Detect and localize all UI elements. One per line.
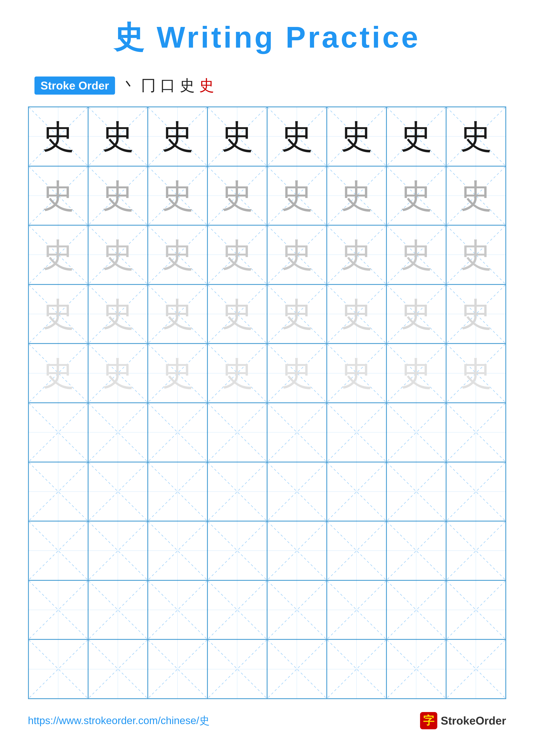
grid-cell[interactable]: 史 <box>327 166 387 226</box>
grid-cell[interactable] <box>207 403 267 462</box>
grid-cell[interactable] <box>446 521 506 580</box>
grid-cell[interactable]: 史 <box>446 166 506 226</box>
practice-char: 史 <box>42 179 74 212</box>
grid-cell[interactable]: 史 <box>446 343 506 403</box>
grid-cell[interactable]: 史 <box>327 225 387 284</box>
grid-cell[interactable]: 史 <box>207 225 267 284</box>
grid-cell[interactable]: 史 <box>446 284 506 344</box>
grid-cell[interactable]: 史 <box>148 107 207 166</box>
svg-line-103 <box>208 463 267 521</box>
grid-cell[interactable] <box>148 521 207 580</box>
svg-line-159 <box>446 640 505 698</box>
grid-cell[interactable] <box>207 462 267 521</box>
grid-cell[interactable] <box>267 403 327 462</box>
practice-char: 史 <box>102 298 134 330</box>
grid-cell[interactable] <box>28 639 88 699</box>
grid-cell[interactable] <box>387 462 446 521</box>
grid-cell[interactable]: 史 <box>88 284 148 344</box>
grid-cell[interactable]: 史 <box>28 107 88 166</box>
footer-url[interactable]: https://www.strokeorder.com/chinese/史 <box>28 714 210 728</box>
grid-cell[interactable] <box>387 521 446 580</box>
grid-cell[interactable]: 史 <box>387 166 446 226</box>
grid-cell[interactable] <box>327 462 387 521</box>
svg-line-112 <box>29 522 88 580</box>
grid-cell[interactable] <box>387 403 446 462</box>
grid-cell[interactable] <box>446 462 506 521</box>
grid-cell[interactable]: 史 <box>88 343 148 403</box>
grid-cell[interactable]: 史 <box>267 107 327 166</box>
grid-cell[interactable]: 史 <box>327 284 387 344</box>
grid-cell[interactable] <box>267 462 327 521</box>
grid-cell[interactable] <box>88 521 148 580</box>
grid-cell[interactable] <box>28 462 88 521</box>
svg-line-154 <box>327 640 386 698</box>
grid-cell[interactable]: 史 <box>207 284 267 344</box>
grid-cell[interactable] <box>88 580 148 640</box>
grid-cell[interactable] <box>88 462 148 521</box>
grid-cell[interactable]: 史 <box>387 343 446 403</box>
grid-cell[interactable] <box>207 639 267 699</box>
grid-cell[interactable] <box>148 580 207 640</box>
grid-cell[interactable] <box>267 521 327 580</box>
svg-line-110 <box>446 463 505 521</box>
grid-cell[interactable]: 史 <box>148 284 207 344</box>
grid-cell[interactable]: 史 <box>28 166 88 226</box>
grid-cell[interactable] <box>327 639 387 699</box>
grid-cell[interactable]: 史 <box>327 343 387 403</box>
grid-cell[interactable]: 史 <box>207 107 267 166</box>
grid-cell[interactable]: 史 <box>267 343 327 403</box>
svg-line-87 <box>208 403 267 462</box>
logo-icon: 字 <box>420 712 437 729</box>
grid-cell[interactable] <box>88 403 148 462</box>
grid-cell[interactable]: 史 <box>88 107 148 166</box>
grid-cell[interactable] <box>327 521 387 580</box>
grid-cell[interactable]: 史 <box>28 343 88 403</box>
grid-cell[interactable] <box>446 403 506 462</box>
svg-line-99 <box>89 463 147 521</box>
grid-cell[interactable] <box>387 580 446 640</box>
grid-cell[interactable] <box>28 521 88 580</box>
svg-line-96 <box>29 463 88 521</box>
grid-cell[interactable] <box>148 462 207 521</box>
grid-cell[interactable] <box>28 403 88 462</box>
grid-cell[interactable]: 史 <box>327 107 387 166</box>
grid-cell[interactable]: 史 <box>446 107 506 166</box>
grid-cell[interactable]: 史 <box>88 225 148 284</box>
grid-cell[interactable]: 史 <box>387 225 446 284</box>
page-title: 史 Writing Practice <box>114 17 420 58</box>
grid-cell[interactable]: 史 <box>88 166 148 226</box>
grid-cell[interactable]: 史 <box>28 225 88 284</box>
grid-cell[interactable] <box>327 580 387 640</box>
grid-cell[interactable]: 史 <box>148 343 207 403</box>
grid-cell[interactable]: 史 <box>267 284 327 344</box>
grid-cell[interactable] <box>88 639 148 699</box>
grid-cell[interactable]: 史 <box>267 166 327 226</box>
grid-cell[interactable]: 史 <box>207 343 267 403</box>
practice-char: 史 <box>281 179 313 212</box>
grid-cell[interactable] <box>207 580 267 640</box>
svg-line-138 <box>327 581 386 639</box>
grid-cell[interactable] <box>387 639 446 699</box>
grid-cell[interactable] <box>148 639 207 699</box>
grid-cell[interactable] <box>446 580 506 640</box>
grid-cell[interactable] <box>28 580 88 640</box>
grid-cell[interactable]: 史 <box>148 166 207 226</box>
grid-cell[interactable]: 史 <box>267 225 327 284</box>
svg-line-132 <box>148 581 207 639</box>
stroke-3: 口 <box>160 75 175 96</box>
grid-cell[interactable] <box>267 639 327 699</box>
grid-cell[interactable]: 史 <box>148 225 207 284</box>
grid-cell[interactable]: 史 <box>387 284 446 344</box>
grid-cell[interactable]: 史 <box>446 225 506 284</box>
grid-cell[interactable]: 史 <box>387 107 446 166</box>
grid-cell[interactable] <box>446 639 506 699</box>
grid-cell[interactable] <box>327 403 387 462</box>
grid-cell[interactable]: 史 <box>28 284 88 344</box>
grid-cell[interactable]: 史 <box>207 166 267 226</box>
svg-line-141 <box>387 581 446 639</box>
grid-cell[interactable] <box>207 521 267 580</box>
grid-cell[interactable] <box>267 580 327 640</box>
practice-char: 史 <box>221 239 253 271</box>
grid-cell[interactable] <box>148 403 207 462</box>
svg-line-91 <box>327 403 386 462</box>
